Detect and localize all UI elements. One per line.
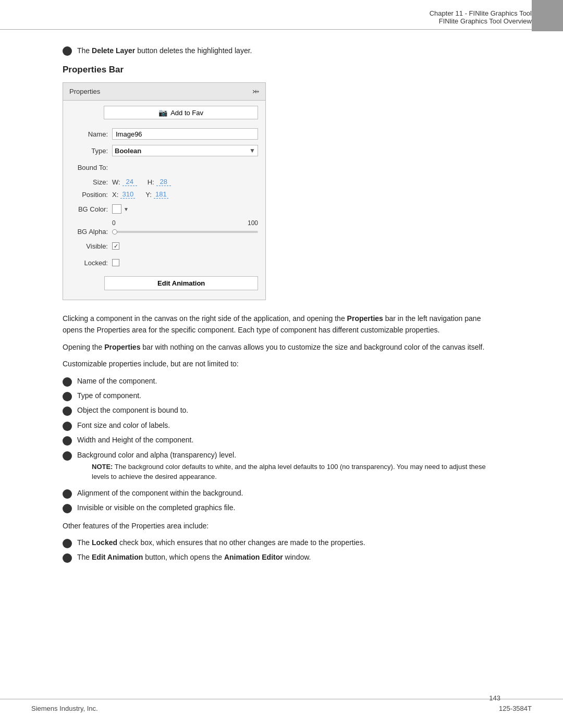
footer-doc-number: 125-3584T: [499, 705, 532, 712]
locked-checkbox[interactable]: [112, 259, 119, 266]
bullet-dot: [63, 539, 72, 548]
alpha-slider-container: [112, 231, 258, 233]
list-item-8: Invisible or visible on the completed gr…: [63, 502, 500, 513]
type-select[interactable]: Boolean ▼: [112, 145, 258, 156]
list-item-1-text: Name of the component.: [77, 375, 157, 387]
section-title: Properties Bar: [63, 65, 500, 75]
other-features-intro: Other features of the Properties area in…: [63, 520, 500, 532]
bound-to-row: Bound To:: [70, 161, 258, 174]
list-item-5-text: Width and Height of the component.: [77, 434, 193, 446]
footer-company: Siemens Industry, Inc.: [31, 705, 98, 712]
size-w-sublabel: W:: [112, 178, 120, 186]
name-input[interactable]: [112, 128, 258, 140]
body-paragraph-1: Clicking a component in the canvas on th…: [63, 313, 500, 336]
position-y-value[interactable]: 181: [154, 190, 168, 199]
locked-label: Locked:: [70, 259, 112, 267]
properties-panel: Properties ⤔ 📷 Add to Fav Name:: [63, 82, 266, 300]
page-header: Chapter 11 - FINlite Graphics Tool FINli…: [0, 0, 563, 30]
size-row: Size: W: 24 H: 28: [70, 178, 258, 186]
bullet-dot: [63, 377, 72, 387]
customizable-list: Name of the component. Type of component…: [63, 375, 500, 514]
properties-bold-1: Properties: [347, 314, 383, 323]
bg-color-swatch[interactable]: [112, 204, 121, 214]
body-paragraph-3: Customizable properties include, but are…: [63, 358, 500, 369]
bg-color-row: BG Color: ▼: [70, 203, 258, 215]
other-feature-1: The Locked check box, which ensures that…: [63, 537, 500, 548]
bullet-dot: [63, 451, 72, 461]
position-row: Position: X: 310 Y: 181: [70, 190, 258, 199]
bg-color-dropdown-icon[interactable]: ▼: [124, 206, 129, 212]
bg-alpha-label: BG Alpha:: [70, 228, 112, 236]
page-container: Chapter 11 - FINlite Graphics Tool FINli…: [0, 0, 563, 728]
type-label: Type:: [70, 147, 112, 155]
bullet-dot: [63, 406, 72, 416]
page-number: 143: [489, 694, 500, 702]
bound-to-label: Bound To:: [70, 164, 112, 171]
animation-editor-bold: Animation Editor: [224, 553, 283, 561]
alpha-slider-track[interactable]: [112, 231, 258, 233]
main-content: The Delete Layer button deletes the high…: [0, 30, 563, 585]
type-select-arrow-icon: ▼: [249, 147, 255, 154]
visible-checkbox[interactable]: ✓: [112, 242, 119, 250]
panel-chevron-icon[interactable]: ⤔: [252, 87, 259, 96]
intro-bullet-text: The Delete Layer button deletes the high…: [77, 45, 252, 56]
alpha-slider-thumb[interactable]: [112, 229, 117, 235]
list-item-7: Alignment of the component within the ba…: [63, 487, 500, 499]
bullet-dot: [63, 392, 72, 401]
position-y-sublabel: Y:: [145, 191, 152, 199]
add-to-fav-button[interactable]: 📷 Add to Fav: [104, 106, 258, 119]
edit-animation-row: Edit Animation: [70, 273, 258, 290]
panel-body: 📷 Add to Fav Name: Type: Boolean ▼: [63, 101, 265, 300]
properties-bold-2: Properties: [104, 343, 140, 351]
intro-bullet-item: The Delete Layer button deletes the high…: [63, 45, 500, 56]
size-h-sublabel: H:: [148, 178, 154, 186]
header-right: Chapter 11 - FINlite Graphics Tool FINli…: [430, 9, 532, 25]
bg-color-label: BG Color:: [70, 205, 112, 213]
size-h-value[interactable]: 28: [156, 178, 171, 186]
delete-layer-bold: Delete Layer: [92, 46, 135, 55]
list-item-5: Width and Height of the component.: [63, 434, 500, 446]
properties-panel-header: Properties ⤔: [63, 83, 265, 101]
header-chapter: Chapter 11 - FINlite Graphics Tool: [430, 9, 532, 17]
bullet-dot: [63, 436, 72, 446]
page-footer: Siemens Industry, Inc. 125-3584T: [0, 699, 563, 712]
alpha-min-label: 0: [112, 219, 116, 227]
alpha-row-inner: BG Alpha:: [70, 228, 258, 236]
other-feature-1-text: The Locked check box, which ensures that…: [77, 537, 365, 548]
list-item-1: Name of the component.: [63, 375, 500, 387]
body-paragraph-2: Opening the Properties bar with nothing …: [63, 341, 500, 353]
add-fav-icon: 📷: [158, 108, 167, 117]
list-item-3: Object the component is bound to.: [63, 404, 500, 416]
alpha-max-label: 100: [248, 219, 258, 227]
bg-alpha-row: 0 100 BG Alpha:: [70, 219, 258, 236]
list-item-4-text: Font size and color of labels.: [77, 419, 170, 431]
list-item-3-text: Object the component is bound to.: [77, 404, 188, 416]
name-label: Name:: [70, 130, 112, 138]
position-x-value[interactable]: 310: [120, 190, 135, 199]
header-sub: FINlite Graphics Tool Overview: [430, 17, 532, 25]
locked-row: Locked:: [70, 256, 258, 269]
position-label: Position:: [70, 191, 112, 199]
type-row: Type: Boolean ▼: [70, 144, 258, 157]
size-w-value[interactable]: 24: [123, 178, 137, 186]
bullet-dot: [63, 553, 72, 563]
list-item-4: Font size and color of labels.: [63, 419, 500, 431]
other-features-list: The Locked check box, which ensures that…: [63, 537, 500, 563]
list-item-6: Background color and alpha (transparency…: [63, 449, 500, 484]
header-gray-box: [532, 0, 563, 31]
add-fav-label: Add to Fav: [170, 109, 203, 117]
alpha-numbers: 0 100: [70, 219, 258, 227]
note-bold: NOTE:: [92, 463, 113, 471]
name-row: Name:: [70, 128, 258, 140]
edit-animation-label: Edit Animation: [157, 279, 205, 287]
list-item-8-text: Invisible or visible on the completed gr…: [77, 502, 236, 513]
bullet-dot: [63, 46, 72, 56]
note-text: NOTE: The background color defaults to w…: [92, 462, 500, 482]
bullet-dot: [63, 422, 72, 431]
list-item-6-content: Background color and alpha (transparency…: [77, 449, 500, 484]
visible-row: Visible: ✓: [70, 240, 258, 252]
list-item-6-text: Background color and alpha (transparency…: [77, 451, 236, 459]
list-item-7-text: Alignment of the component within the ba…: [77, 487, 243, 499]
other-feature-2: The Edit Animation button, which opens t…: [63, 551, 500, 563]
edit-animation-button[interactable]: Edit Animation: [104, 276, 258, 290]
